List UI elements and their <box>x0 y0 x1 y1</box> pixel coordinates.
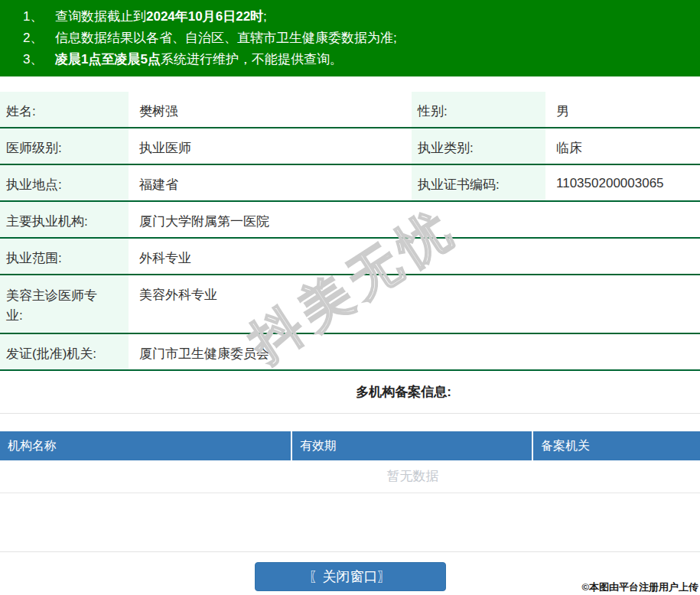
column-header-validity-period: 有效期 <box>292 431 533 460</box>
table-row: 执业范围: 外科专业 <box>0 239 700 275</box>
notice-text-regular: 信息数据结果以各省、自治区、直辖市卫生健康委数据为准; <box>55 31 397 45</box>
table-row: 发证(批准)机关: 厦门市卫生健康委员会 <box>0 334 700 371</box>
issuing-authority-value: 厦门市卫生健康委员会 <box>129 334 700 369</box>
records-table-header: 机构名称 有效期 备案机关 <box>0 431 700 460</box>
practice-location-label: 执业地点: <box>0 165 129 200</box>
gender-value: 男 <box>545 92 700 127</box>
practice-category-value: 临床 <box>545 128 700 164</box>
table-row: 姓名: 樊树强 性别: 男 <box>0 92 700 128</box>
practitioner-query-result-page: 1、 查询数据截止到2024年10月6日22时; 2、 信息数据结果以各省、自治… <box>0 0 700 595</box>
practice-scope-value: 外科专业 <box>129 239 700 274</box>
cosmetic-specialty-label: 美容主诊医师专业: <box>0 275 129 333</box>
main-institution-label: 主要执业机构: <box>0 202 129 237</box>
section-divider <box>0 413 700 414</box>
name-label: 姓名: <box>0 92 129 127</box>
doctor-level-label: 医师级别: <box>0 128 129 164</box>
table-row: 医师级别: 执业医师 执业类别: 临床 <box>0 128 700 165</box>
cosmetic-specialty-value: 美容外科专业 <box>129 275 700 333</box>
notice-text-regular: 查询数据截止到 <box>55 9 146 24</box>
notice-text-bold: 凌晨1点至凌晨5点 <box>55 52 161 67</box>
certificate-number-value: 110350200003065 <box>545 165 700 200</box>
notice-line-3: 3、 凌晨1点至凌晨5点系统进行维护，不能提供查询。 <box>0 49 700 70</box>
notice-line-2: 2、 信息数据结果以各省、自治区、直辖市卫生健康委数据为准; <box>0 28 700 49</box>
records-table-empty-row: 暂无数据 <box>0 460 700 493</box>
doctor-level-value: 执业医师 <box>129 128 412 164</box>
notice-text: 信息数据结果以各省、自治区、直辖市卫生健康委数据为准; <box>55 28 397 49</box>
notice-text-bold: 2024年10月6日22时 <box>146 9 263 24</box>
practice-category-label: 执业类别: <box>412 128 545 164</box>
certificate-number-label: 执业证书编码: <box>412 165 545 200</box>
column-header-filing-authority: 备案机关 <box>533 431 700 460</box>
notice-number: 1、 <box>23 6 55 28</box>
column-header-institution-name: 机构名称 <box>0 431 292 460</box>
practice-scope-label: 执业范围: <box>0 239 129 274</box>
practitioner-info-table: 姓名: 樊树强 性别: 男 医师级别: 执业医师 执业类别: 临床 执业地点: … <box>0 92 700 371</box>
name-value: 樊树强 <box>129 92 412 127</box>
table-row: 主要执业机构: 厦门大学附属第一医院 <box>0 202 700 239</box>
no-data-text: 暂无数据 <box>292 460 533 493</box>
notice-number: 3、 <box>23 49 55 70</box>
notice-text: 凌晨1点至凌晨5点系统进行维护，不能提供查询。 <box>55 49 343 70</box>
issuing-authority-label: 发证(批准)机关: <box>0 334 129 369</box>
close-window-button[interactable]: 〖关闭窗口〗 <box>255 562 446 591</box>
notice-text: 查询数据截止到2024年10月6日22时; <box>55 6 267 28</box>
gender-label: 性别: <box>412 92 545 127</box>
notice-text-regular: 系统进行维护，不能提供查询。 <box>161 52 343 67</box>
cosmetic-specialty-label-text: 美容主诊医师专业: <box>6 286 99 326</box>
multi-institution-section-title: 多机构备案信息: <box>0 383 700 403</box>
notice-number: 2、 <box>23 28 55 49</box>
upload-copyright-stamp: ©本图由平台注册用户上传 <box>581 580 698 594</box>
main-institution-value: 厦门大学附属第一医院 <box>129 202 700 237</box>
notice-text-regular: ; <box>263 9 267 24</box>
practice-location-value: 福建省 <box>129 165 412 200</box>
table-row: 美容主诊医师专业: 美容外科专业 <box>0 275 700 334</box>
notice-banner: 1、 查询数据截止到2024年10月6日22时; 2、 信息数据结果以各省、自治… <box>0 0 700 76</box>
table-row: 执业地点: 福建省 执业证书编码: 110350200003065 <box>0 165 700 202</box>
notice-line-1: 1、 查询数据截止到2024年10月6日22时; <box>0 6 700 28</box>
